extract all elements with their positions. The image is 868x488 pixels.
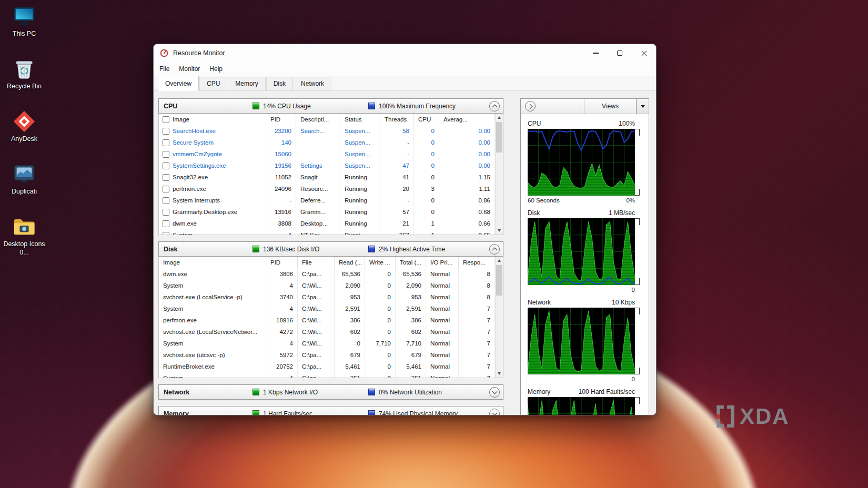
views-button[interactable]: Views [584, 99, 649, 114]
scroll-up-arrow[interactable] [496, 114, 503, 121]
column-header-file[interactable]: File [298, 257, 335, 268]
tab-disk[interactable]: Disk [266, 77, 293, 91]
menu-file[interactable]: File [155, 62, 174, 76]
green-status-swatch [253, 103, 259, 109]
menubar: File Monitor Help [154, 62, 656, 76]
tab-memory[interactable]: Memory [228, 77, 265, 91]
table-row[interactable]: System 4 C:\Wi... 2,090 0 2,090 Normal 8 [159, 280, 495, 291]
scroll-up-arrow[interactable] [496, 257, 503, 265]
tab-overview[interactable]: Overview [158, 76, 199, 91]
column-header-total[interactable]: Total (... [396, 257, 426, 268]
column-header-status[interactable]: Status [340, 114, 380, 125]
scrollbar-thumb[interactable] [496, 265, 502, 296]
row-checkbox[interactable] [163, 174, 169, 181]
table-row[interactable]: Snagit32.exe 11052 Snagit Running 41 0 1… [159, 171, 495, 183]
column-header-description[interactable]: Descripti... [296, 114, 340, 125]
cpu-table-scrollbar[interactable] [495, 114, 503, 235]
scrollbar-thumb[interactable] [496, 122, 502, 152]
row-checkbox[interactable] [163, 232, 169, 236]
select-all-checkbox[interactable] [163, 116, 169, 123]
disk-section-header[interactable]: Disk 136 KB/sec Disk I/O 2% Highest Acti… [158, 241, 503, 257]
desktop-icon-duplicati[interactable]: Duplicati [1, 162, 47, 215]
table-row[interactable]: vmmemCmZygote 15060 Suspen... - 0 0.00 [159, 148, 495, 160]
column-header-image[interactable]: Image [159, 257, 266, 268]
scroll-down-arrow[interactable] [496, 370, 503, 378]
network-graph-frame [528, 308, 635, 374]
column-header-pid[interactable]: PID [266, 257, 298, 268]
disk-table-body: dwm.exe 3808 C:\pa... 65,536 0 65,536 No… [159, 268, 495, 378]
chevron-down-icon[interactable] [636, 99, 649, 114]
minimize-button[interactable] [583, 44, 608, 62]
desktop-icon-desktop-icons-folder[interactable]: Desktop Icons 0... [1, 215, 47, 267]
section-title: Network [159, 389, 253, 396]
resource-monitor-app-icon [160, 49, 168, 57]
tab-cpu[interactable]: CPU [199, 77, 227, 91]
row-checkbox[interactable] [163, 209, 169, 216]
table-row[interactable]: perfmon.exe 18916 C:\Wi... 386 0 386 Nor… [159, 314, 495, 326]
column-header-io-priority[interactable]: I/O Pri... [426, 257, 459, 268]
close-button[interactable] [632, 44, 656, 62]
menu-monitor[interactable]: Monitor [174, 62, 205, 76]
menu-help[interactable]: Help [205, 62, 227, 76]
desktop-icon-recycle-bin[interactable]: Recycle Bin [1, 57, 47, 109]
disk-active-time-status: 2% Highest Active Time [379, 246, 489, 253]
desktop-icon-this-pc[interactable]: This PC [1, 4, 47, 57]
collapse-disk-button[interactable] [489, 244, 500, 255]
column-header-average-cpu[interactable]: Averag... [439, 114, 495, 125]
table-row[interactable]: svchost.exe (LocalService -p) 3740 C:\pa… [159, 291, 495, 303]
resource-monitor-window: Resource Monitor File Monitor Help Overv… [153, 44, 657, 415]
table-row[interactable]: System 4 C:\Wi... 2,591 0 2,591 Normal 7 [159, 303, 495, 314]
row-checkbox[interactable] [163, 197, 169, 204]
collapse-cpu-button[interactable] [489, 101, 500, 111]
cpu-frequency-status: 100% Maximum Frequency [379, 103, 489, 110]
table-row[interactable]: perfmon.exe 24096 Resourc... Running 20 … [159, 183, 495, 195]
table-row[interactable]: System 4 NT Ker... Runni... 267 1 0.65 [159, 229, 495, 235]
table-row[interactable]: RuntimeBroker.exe 20752 C:\pa... 5,461 0… [159, 361, 495, 372]
cpu-section: CPU 14% CPU Usage 100% Maximum Frequency… [158, 98, 503, 235]
table-row[interactable]: System 4 C:\pa... 351 0 351 Normal 7 [159, 372, 495, 378]
table-row[interactable]: dwm.exe 3808 Desktop... Running 21 1 0.6… [159, 218, 495, 229]
chevron-right-icon [527, 104, 532, 109]
table-row[interactable]: Secure System 140 Suspen... - 0 0.00 [159, 137, 495, 148]
table-row[interactable]: dwm.exe 3808 C:\pa... 65,536 0 65,536 No… [159, 268, 495, 280]
row-checkbox[interactable] [163, 220, 169, 227]
column-header-pid[interactable]: PID [266, 114, 296, 125]
disk-table-scrollbar[interactable] [495, 257, 503, 378]
tab-network[interactable]: Network [294, 77, 331, 91]
titlebar[interactable]: Resource Monitor [154, 44, 656, 62]
column-header-cpu[interactable]: CPU [414, 114, 439, 125]
row-checkbox[interactable] [163, 128, 169, 135]
desktop-icon-anydesk[interactable]: AnyDesk [1, 109, 47, 162]
cpu-section-header[interactable]: CPU 14% CPU Usage 100% Maximum Frequency [158, 98, 503, 114]
table-row[interactable]: svchost.exe (LocalServiceNetwor... 4272 … [159, 326, 495, 338]
table-row[interactable]: System Interrupts - Deferre... Running -… [159, 195, 495, 206]
expand-network-button[interactable] [489, 387, 500, 398]
row-checkbox[interactable] [163, 186, 169, 192]
table-row[interactable]: SystemSettings.exe 19156 Settings Suspen… [159, 160, 495, 171]
table-row[interactable]: svchost.exe (utcsvc -p) 5972 C:\pa... 67… [159, 349, 495, 361]
graph-time-axis-label: 60 Seconds [528, 197, 560, 204]
column-header-read[interactable]: Read (... [335, 257, 365, 268]
memory-graph-frame [528, 397, 635, 415]
scroll-down-arrow[interactable] [496, 227, 503, 235]
column-header-image[interactable]: Image [159, 114, 266, 125]
maximize-button[interactable] [608, 44, 632, 62]
cpu-graph-block: CPU 100% 60 Seconds 0% [528, 118, 642, 205]
table-row[interactable]: System 4 C:\Wi... 0 7,710 7,710 Normal 7 [159, 338, 495, 349]
table-row[interactable]: SearchHost.exe 23200 Search... Suspen...… [159, 125, 495, 137]
row-checkbox[interactable] [163, 139, 169, 146]
network-utilization-status: 0% Network Utilization [379, 389, 489, 396]
tabstrip: Overview CPU Memory Disk Network [154, 76, 656, 91]
collapse-graphs-button[interactable] [525, 101, 536, 111]
expand-memory-button[interactable] [489, 409, 500, 416]
table-row[interactable]: Grammarly.Desktop.exe 13916 Gramm... Run… [159, 206, 495, 218]
column-header-response-time[interactable]: Respo... [459, 257, 495, 268]
graph-title: Disk [528, 209, 540, 217]
row-checkbox[interactable] [163, 151, 169, 158]
memory-section-header[interactable]: Memory 1 Hard Faults/sec 74% Used Physic… [158, 406, 503, 415]
column-header-threads[interactable]: Threads [380, 114, 414, 125]
network-section-header[interactable]: Network 1 Kbps Network I/O 0% Network Ut… [158, 384, 503, 400]
row-checkbox[interactable] [163, 162, 169, 169]
column-header-write[interactable]: Write ... [365, 257, 396, 268]
green-status-swatch [253, 389, 259, 395]
